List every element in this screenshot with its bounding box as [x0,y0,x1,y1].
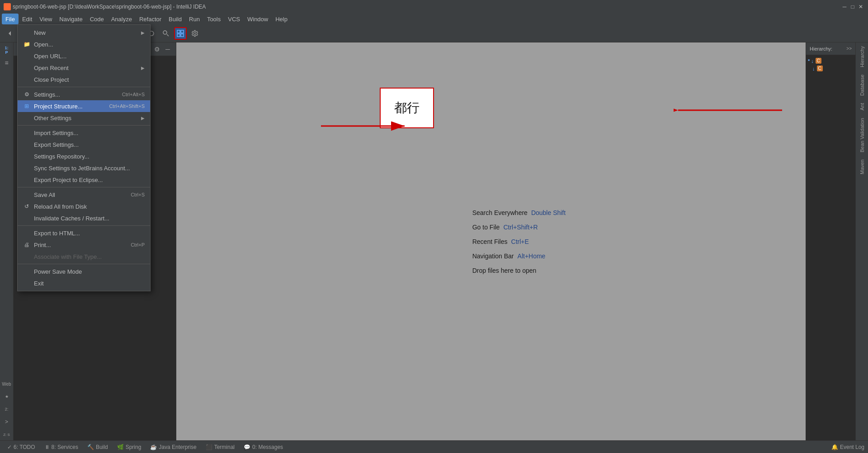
export-html-icon [23,229,30,237]
open-icon: 📁 [23,41,30,48]
settings-button[interactable] [189,27,201,40]
sidebar-tab-database[interactable]: Database [858,71,867,99]
sidebar-tab-maven[interactable]: Maven [858,156,867,178]
sidebar-structure-icon[interactable]: ≡ [1,57,13,69]
new-icon [23,29,30,36]
panel-settings-button[interactable]: ⚙ [152,45,161,54]
menu-item-openurl[interactable]: Open URL... [18,50,150,62]
sidebar-tab-ant[interactable]: Ant [858,99,867,114]
menu-refactor[interactable]: Refactor [136,14,165,24]
sidebar-favorites-icon[interactable]: ★ [1,391,13,402]
search-everywhere-button[interactable] [160,27,172,40]
status-build-btn[interactable]: 🔨 Build [84,442,112,452]
status-java-enterprise-btn[interactable]: ☕ Java Enterprise [146,442,200,452]
status-services-btn[interactable]: ⏸ 8: Services [41,442,82,452]
sidebar-zstructure-icon[interactable]: Z: S [1,429,13,440]
sidebar-project-icon[interactable]: 1:P [1,44,13,56]
menu-item-export-settings[interactable]: Export Settings... [18,139,150,150]
save-all-shortcut: Ctrl+S [131,192,145,197]
menu-item-export-eclipse[interactable]: Export Project to Eclipse... [18,174,150,186]
menu-item-sync-settings[interactable]: Sync Settings to JetBrains Account... [18,162,150,174]
menu-item-openrecent[interactable]: Open Recent ▶ [18,62,150,74]
spring-icon: 🌿 [117,444,124,450]
menu-item-es-left: Export Settings... [23,141,79,148]
shortcut-drop: Drop files here to open [472,267,566,274]
menu-item-closeproject-label: Close Project [34,76,69,83]
menu-item-settings-repo[interactable]: Settings Repository... [18,150,150,162]
menu-item-associate: Associate with File Type... [18,251,150,262]
sidebar-tab-hierarchy[interactable]: Hierarchy [858,42,867,71]
menu-item-open[interactable]: 📁 Open... [18,38,150,50]
export-settings-icon [23,141,30,148]
status-spring-btn[interactable]: 🌿 Spring [113,442,145,452]
svg-rect-7 [177,30,180,33]
menu-item-project-structure[interactable]: ⊞ Project Structure... Ctrl+Alt+Shift+S [18,100,150,112]
menu-item-other-settings[interactable]: Other Settings ▶ [18,112,150,124]
menu-run[interactable]: Run [185,14,203,24]
menu-item-print-label: Print... [34,242,51,248]
reload-icon: ↺ [23,203,30,210]
menu-tools[interactable]: Tools [203,14,224,24]
sidebar-2favorites-icon[interactable]: 2: [1,403,13,415]
menu-item-ee-left: Export Project to Eclipse... [23,176,103,183]
close-button[interactable]: ✕ [857,3,864,10]
menu-item-closeproject[interactable]: Close Project [18,74,150,85]
menu-build[interactable]: Build [165,14,185,24]
menu-item-reload[interactable]: ↺ Reload All from Disk [18,201,150,212]
menu-view[interactable]: View [36,14,56,24]
hierarchy-item-1: * ↓ C [808,57,854,65]
menu-item-exit[interactable]: Exit [18,277,150,289]
menu-file[interactable]: File [2,14,19,24]
menu-item-new-label: New [34,29,46,36]
hierarchy-expand-btn[interactable]: >> [846,46,852,51]
content-area: 都行 Search Everywhere Double Shift [176,42,806,440]
menu-item-settings-label: Settings... [34,91,60,98]
menu-item-settings[interactable]: ⚙ Settings... Ctrl+Alt+S [18,89,150,100]
menu-item-reload-left: ↺ Reload All from Disk [23,203,87,210]
menu-item-import-settings[interactable]: Import Settings... [18,127,150,139]
sidebar-tab-beanvalidation[interactable]: Bean Validation [858,114,867,156]
menu-analyze[interactable]: Analyze [108,14,136,24]
menu-sep-5 [18,264,150,264]
todo-icon: ✓ [7,444,12,450]
menu-item-print[interactable]: 🖨 Print... Ctrl+P [18,239,150,251]
hierarchy-panel: Hierarchy: >> * ↓ C ↓ C [806,42,855,440]
menu-edit[interactable]: Edit [19,14,36,24]
drop-files-text: Drop files here to open [472,267,537,274]
other-settings-arrow: ▶ [141,116,145,121]
event-log-btn[interactable]: 🔔 Event Log [831,444,864,450]
status-right: 🔔 Event Log [831,444,864,450]
menu-item-exit-left: Exit [23,280,44,287]
menu-item-reload-label: Reload All from Disk [34,203,87,210]
status-terminal-btn[interactable]: ⬛ Terminal [202,442,238,452]
minimize-button[interactable]: ─ [841,3,848,10]
svg-line-6 [167,34,169,36]
menu-item-is-label: Import Settings... [34,130,78,136]
menu-code[interactable]: Code [86,14,108,24]
menu-item-open-label: Open... [34,41,53,48]
sidebar-expand-icon[interactable]: > [1,416,13,428]
project-structure-button[interactable] [174,27,187,40]
menu-item-invalidate[interactable]: Invalidate Caches / Restart... [18,212,150,224]
menu-help[interactable]: Help [272,14,291,24]
status-bar: ✓ 6: TODO ⏸ 8: Services 🔨 Build 🌿 Spring… [0,440,868,453]
maximize-button[interactable]: □ [849,3,856,10]
status-todo-btn[interactable]: ✓ 6: TODO [4,442,39,452]
menu-window[interactable]: Window [244,14,272,24]
panel-minimize-button[interactable]: ─ [163,45,172,54]
svg-point-5 [163,31,167,34]
menu-item-power-save[interactable]: Power Save Mode [18,266,150,277]
build-label: Build [96,444,108,450]
sidebar-web-icon[interactable]: Web [1,378,13,390]
status-messages-btn[interactable]: 💬 0: Messages [240,442,287,452]
menu-vcs[interactable]: VCS [224,14,244,24]
toolbar-back-button[interactable] [4,27,16,40]
menu-navigate[interactable]: Navigate [56,14,86,24]
menu-item-new[interactable]: New ▶ [18,27,150,38]
print-icon: 🖨 [23,241,30,248]
menu-item-save-all[interactable]: Save All Ctrl+S [18,189,150,201]
recent-files-key: Ctrl+E [511,238,529,245]
menu-item-export-html[interactable]: Export to HTML... [18,227,150,239]
menu-item-print-left: 🖨 Print... [23,241,51,248]
goto-file-text: Go to File [472,224,500,231]
